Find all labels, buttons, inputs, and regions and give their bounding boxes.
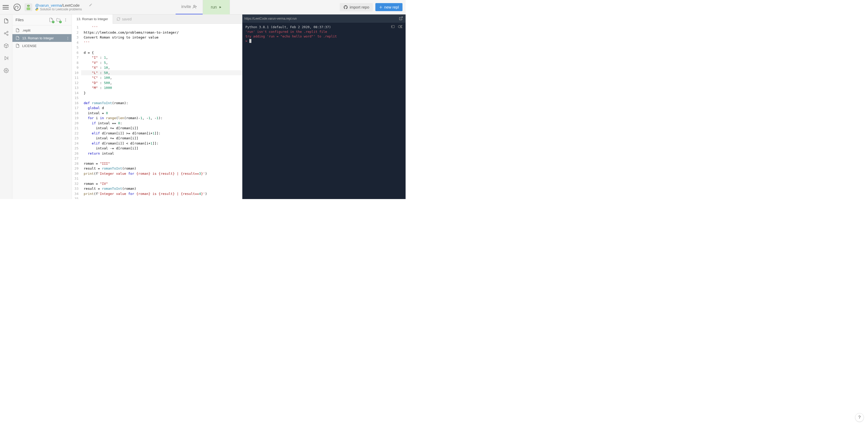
new-repl-button[interactable]: new repl (375, 3, 402, 11)
terminal-import-icon[interactable] (391, 25, 395, 30)
svg-point-11 (7, 34, 8, 35)
console-icons (391, 25, 402, 30)
svg-point-6 (36, 8, 37, 8)
packages-rail-icon[interactable] (3, 43, 9, 49)
open-external-icon[interactable] (399, 16, 404, 21)
refresh-icon (117, 17, 120, 21)
file-icon (16, 28, 20, 32)
files-rail-icon[interactable] (3, 18, 9, 24)
console-line: try adding 'run = "echo hello word"' to … (245, 34, 402, 39)
owner-link[interactable]: @varun_verma (35, 3, 62, 7)
github-icon (343, 5, 348, 9)
svg-point-14 (65, 19, 66, 20)
file-item[interactable]: LICENSE (12, 42, 71, 50)
svg-point-13 (65, 18, 66, 19)
replit-logo[interactable] (12, 3, 22, 12)
invite-button[interactable]: invite (176, 0, 203, 15)
settings-rail-icon[interactable] (3, 68, 9, 74)
console-panel: Python 3.8.1 (default, Feb 2 2020, 08:37… (242, 15, 406, 199)
tab-active[interactable]: 13. Roman to Integer (72, 15, 113, 24)
left-rail (0, 15, 12, 199)
main: Files + + .replit13. Roman to Integer⋮LI… (0, 15, 406, 199)
line-gutter: 1234567891011121314151617181920212223242… (72, 24, 81, 199)
file-icon (16, 36, 20, 40)
files-header: Files + + (12, 15, 71, 25)
repo-name: /LeetCode (62, 3, 80, 7)
svg-point-15 (65, 21, 66, 21)
share-rail-icon[interactable] (3, 30, 9, 36)
tabs-bar: 13. Roman to Integer saved (72, 15, 242, 24)
file-item[interactable]: 13. Roman to Integer⋮ (12, 34, 71, 42)
play-icon (219, 6, 222, 9)
files-panel: Files + + .replit13. Roman to Integer⋮LI… (12, 15, 72, 199)
svg-point-10 (4, 33, 5, 34)
code-editor[interactable]: 1234567891011121314151617181920212223242… (72, 24, 242, 199)
repl-url-input[interactable] (244, 17, 397, 21)
run-button[interactable]: run (203, 0, 230, 15)
terminal-clear-icon[interactable] (398, 25, 402, 30)
svg-point-12 (5, 70, 7, 72)
console-prompt: > (245, 39, 247, 43)
console-url-bar (243, 15, 405, 23)
edit-icon[interactable] (89, 3, 92, 7)
menu-icon[interactable] (3, 4, 9, 10)
header-right: import repo new repl (340, 3, 402, 11)
import-repo-button[interactable]: import repo (340, 3, 373, 11)
file-icon (16, 44, 20, 48)
svg-rect-3 (27, 7, 30, 10)
new-folder-button[interactable]: + (56, 17, 61, 23)
file-more-icon[interactable]: ⋮ (66, 36, 69, 40)
code-content[interactable]: '''https://leetcode.com/problems/roman-t… (81, 24, 242, 199)
header: @varun_verma/LeetCode Solution to Leetco… (0, 0, 406, 15)
console-line: Python 3.8.1 (default, Feb 2 2020, 08:37… (245, 25, 402, 29)
files-more-button[interactable] (63, 17, 68, 23)
debugger-rail-icon[interactable] (3, 55, 9, 61)
console-output[interactable]: Python 3.8.1 (default, Feb 2 2020, 08:37… (242, 23, 406, 199)
invite-icon (192, 4, 197, 9)
svg-point-9 (7, 31, 8, 33)
saved-indicator: saved (113, 17, 135, 21)
user-avatar[interactable] (24, 3, 33, 11)
python-icon (35, 7, 39, 11)
file-list: .replit13. Roman to Integer⋮LICENSE (12, 25, 71, 51)
file-item[interactable]: .replit (12, 26, 71, 34)
plus-icon (379, 5, 382, 9)
repl-subtitle: Solution to Leetcode problems (40, 7, 82, 11)
console-line: 'run' isn't configured in the .replit fi… (245, 29, 402, 34)
svg-point-4 (27, 5, 28, 6)
files-title: Files (16, 18, 47, 22)
editor-area: 13. Roman to Integer saved 1234567891011… (72, 15, 242, 199)
svg-point-8 (194, 5, 195, 7)
new-file-button[interactable]: + (48, 17, 54, 23)
repl-title-block: @varun_verma/LeetCode Solution to Leetco… (35, 3, 92, 11)
cursor (249, 39, 251, 43)
header-center: invite run (176, 0, 230, 14)
svg-point-5 (29, 5, 29, 6)
